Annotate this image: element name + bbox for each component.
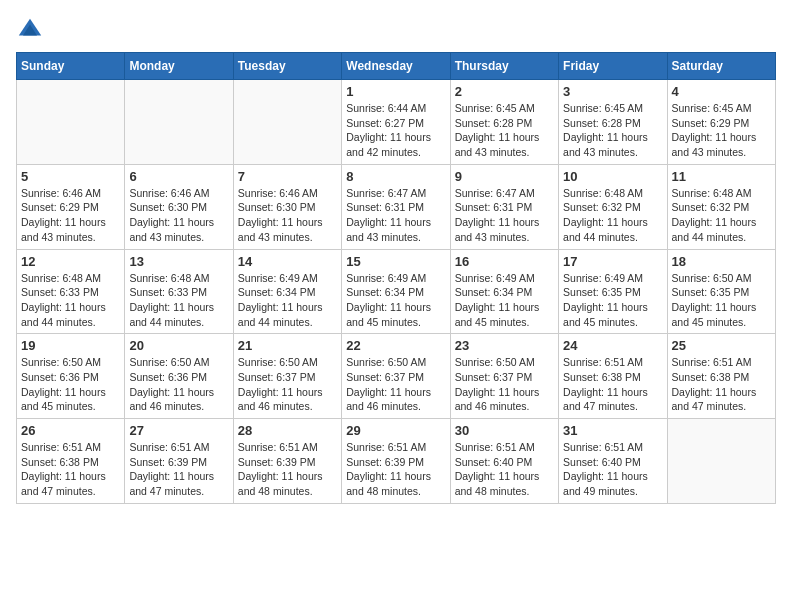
day-info: Sunrise: 6:48 AM Sunset: 6:32 PM Dayligh…	[672, 186, 771, 245]
day-number: 5	[21, 169, 120, 184]
day-number: 25	[672, 338, 771, 353]
calendar-cell: 31Sunrise: 6:51 AM Sunset: 6:40 PM Dayli…	[559, 419, 667, 504]
calendar-cell: 27Sunrise: 6:51 AM Sunset: 6:39 PM Dayli…	[125, 419, 233, 504]
page-header	[16, 16, 776, 44]
calendar-cell: 20Sunrise: 6:50 AM Sunset: 6:36 PM Dayli…	[125, 334, 233, 419]
day-info: Sunrise: 6:50 AM Sunset: 6:36 PM Dayligh…	[129, 355, 228, 414]
calendar-day-header: Thursday	[450, 53, 558, 80]
day-number: 7	[238, 169, 337, 184]
day-info: Sunrise: 6:51 AM Sunset: 6:40 PM Dayligh…	[563, 440, 662, 499]
day-number: 24	[563, 338, 662, 353]
calendar-cell: 19Sunrise: 6:50 AM Sunset: 6:36 PM Dayli…	[17, 334, 125, 419]
day-info: Sunrise: 6:46 AM Sunset: 6:30 PM Dayligh…	[129, 186, 228, 245]
day-number: 3	[563, 84, 662, 99]
day-number: 15	[346, 254, 445, 269]
day-info: Sunrise: 6:49 AM Sunset: 6:34 PM Dayligh…	[455, 271, 554, 330]
day-info: Sunrise: 6:48 AM Sunset: 6:33 PM Dayligh…	[21, 271, 120, 330]
calendar-cell: 17Sunrise: 6:49 AM Sunset: 6:35 PM Dayli…	[559, 249, 667, 334]
calendar-cell	[667, 419, 775, 504]
day-info: Sunrise: 6:50 AM Sunset: 6:35 PM Dayligh…	[672, 271, 771, 330]
calendar-week-row: 19Sunrise: 6:50 AM Sunset: 6:36 PM Dayli…	[17, 334, 776, 419]
day-info: Sunrise: 6:48 AM Sunset: 6:33 PM Dayligh…	[129, 271, 228, 330]
calendar-cell: 25Sunrise: 6:51 AM Sunset: 6:38 PM Dayli…	[667, 334, 775, 419]
calendar-cell: 13Sunrise: 6:48 AM Sunset: 6:33 PM Dayli…	[125, 249, 233, 334]
day-info: Sunrise: 6:51 AM Sunset: 6:40 PM Dayligh…	[455, 440, 554, 499]
calendar-cell: 21Sunrise: 6:50 AM Sunset: 6:37 PM Dayli…	[233, 334, 341, 419]
calendar-cell: 26Sunrise: 6:51 AM Sunset: 6:38 PM Dayli…	[17, 419, 125, 504]
day-number: 13	[129, 254, 228, 269]
calendar-week-row: 26Sunrise: 6:51 AM Sunset: 6:38 PM Dayli…	[17, 419, 776, 504]
day-info: Sunrise: 6:51 AM Sunset: 6:38 PM Dayligh…	[563, 355, 662, 414]
calendar-day-header: Wednesday	[342, 53, 450, 80]
calendar-header-row: SundayMondayTuesdayWednesdayThursdayFrid…	[17, 53, 776, 80]
day-number: 20	[129, 338, 228, 353]
calendar-cell: 14Sunrise: 6:49 AM Sunset: 6:34 PM Dayli…	[233, 249, 341, 334]
calendar-day-header: Tuesday	[233, 53, 341, 80]
calendar-cell: 8Sunrise: 6:47 AM Sunset: 6:31 PM Daylig…	[342, 164, 450, 249]
day-info: Sunrise: 6:51 AM Sunset: 6:38 PM Dayligh…	[21, 440, 120, 499]
day-info: Sunrise: 6:51 AM Sunset: 6:39 PM Dayligh…	[129, 440, 228, 499]
logo	[16, 16, 48, 44]
day-number: 10	[563, 169, 662, 184]
calendar-cell	[17, 80, 125, 165]
day-info: Sunrise: 6:51 AM Sunset: 6:38 PM Dayligh…	[672, 355, 771, 414]
calendar-day-header: Friday	[559, 53, 667, 80]
calendar-cell: 9Sunrise: 6:47 AM Sunset: 6:31 PM Daylig…	[450, 164, 558, 249]
calendar-cell: 16Sunrise: 6:49 AM Sunset: 6:34 PM Dayli…	[450, 249, 558, 334]
calendar-cell: 29Sunrise: 6:51 AM Sunset: 6:39 PM Dayli…	[342, 419, 450, 504]
calendar-day-header: Monday	[125, 53, 233, 80]
day-number: 9	[455, 169, 554, 184]
calendar-cell: 5Sunrise: 6:46 AM Sunset: 6:29 PM Daylig…	[17, 164, 125, 249]
calendar-cell: 3Sunrise: 6:45 AM Sunset: 6:28 PM Daylig…	[559, 80, 667, 165]
calendar-day-header: Sunday	[17, 53, 125, 80]
day-number: 17	[563, 254, 662, 269]
calendar-cell: 7Sunrise: 6:46 AM Sunset: 6:30 PM Daylig…	[233, 164, 341, 249]
day-number: 8	[346, 169, 445, 184]
day-number: 30	[455, 423, 554, 438]
day-info: Sunrise: 6:51 AM Sunset: 6:39 PM Dayligh…	[346, 440, 445, 499]
day-info: Sunrise: 6:49 AM Sunset: 6:34 PM Dayligh…	[346, 271, 445, 330]
day-number: 28	[238, 423, 337, 438]
day-info: Sunrise: 6:50 AM Sunset: 6:37 PM Dayligh…	[238, 355, 337, 414]
calendar-cell: 23Sunrise: 6:50 AM Sunset: 6:37 PM Dayli…	[450, 334, 558, 419]
day-info: Sunrise: 6:50 AM Sunset: 6:37 PM Dayligh…	[455, 355, 554, 414]
calendar-cell	[233, 80, 341, 165]
calendar-cell: 6Sunrise: 6:46 AM Sunset: 6:30 PM Daylig…	[125, 164, 233, 249]
day-number: 6	[129, 169, 228, 184]
day-number: 16	[455, 254, 554, 269]
day-number: 2	[455, 84, 554, 99]
day-info: Sunrise: 6:50 AM Sunset: 6:36 PM Dayligh…	[21, 355, 120, 414]
calendar-day-header: Saturday	[667, 53, 775, 80]
day-number: 27	[129, 423, 228, 438]
day-number: 11	[672, 169, 771, 184]
calendar-cell: 30Sunrise: 6:51 AM Sunset: 6:40 PM Dayli…	[450, 419, 558, 504]
logo-icon	[16, 16, 44, 44]
day-number: 4	[672, 84, 771, 99]
day-number: 19	[21, 338, 120, 353]
day-info: Sunrise: 6:45 AM Sunset: 6:29 PM Dayligh…	[672, 101, 771, 160]
calendar-cell: 10Sunrise: 6:48 AM Sunset: 6:32 PM Dayli…	[559, 164, 667, 249]
calendar-cell: 22Sunrise: 6:50 AM Sunset: 6:37 PM Dayli…	[342, 334, 450, 419]
calendar-cell: 4Sunrise: 6:45 AM Sunset: 6:29 PM Daylig…	[667, 80, 775, 165]
calendar-week-row: 12Sunrise: 6:48 AM Sunset: 6:33 PM Dayli…	[17, 249, 776, 334]
calendar-cell	[125, 80, 233, 165]
calendar-cell: 28Sunrise: 6:51 AM Sunset: 6:39 PM Dayli…	[233, 419, 341, 504]
day-info: Sunrise: 6:45 AM Sunset: 6:28 PM Dayligh…	[455, 101, 554, 160]
day-info: Sunrise: 6:46 AM Sunset: 6:29 PM Dayligh…	[21, 186, 120, 245]
day-info: Sunrise: 6:46 AM Sunset: 6:30 PM Dayligh…	[238, 186, 337, 245]
day-number: 18	[672, 254, 771, 269]
calendar-week-row: 5Sunrise: 6:46 AM Sunset: 6:29 PM Daylig…	[17, 164, 776, 249]
day-number: 23	[455, 338, 554, 353]
calendar-cell: 24Sunrise: 6:51 AM Sunset: 6:38 PM Dayli…	[559, 334, 667, 419]
day-number: 21	[238, 338, 337, 353]
day-info: Sunrise: 6:51 AM Sunset: 6:39 PM Dayligh…	[238, 440, 337, 499]
day-info: Sunrise: 6:47 AM Sunset: 6:31 PM Dayligh…	[346, 186, 445, 245]
day-number: 14	[238, 254, 337, 269]
calendar-cell: 1Sunrise: 6:44 AM Sunset: 6:27 PM Daylig…	[342, 80, 450, 165]
day-number: 22	[346, 338, 445, 353]
calendar-cell: 12Sunrise: 6:48 AM Sunset: 6:33 PM Dayli…	[17, 249, 125, 334]
day-number: 29	[346, 423, 445, 438]
day-info: Sunrise: 6:47 AM Sunset: 6:31 PM Dayligh…	[455, 186, 554, 245]
calendar-cell: 2Sunrise: 6:45 AM Sunset: 6:28 PM Daylig…	[450, 80, 558, 165]
day-info: Sunrise: 6:49 AM Sunset: 6:35 PM Dayligh…	[563, 271, 662, 330]
